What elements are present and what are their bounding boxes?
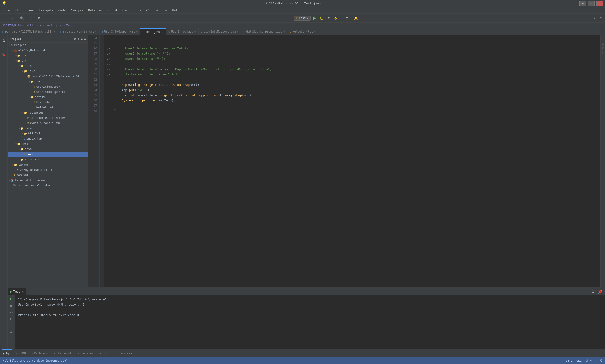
tree-item-java[interactable]: ▾📁java	[8, 146, 88, 152]
project-view-button[interactable]: 🗂	[1, 37, 7, 43]
status-crlf[interactable]: CRL	[576, 359, 582, 362]
tab-mybatis-config[interactable]: m mybatis-config.xml ✕	[58, 28, 99, 35]
tab-datasource-props[interactable]: P dataSource.properties ✕	[241, 28, 287, 35]
tree-item-a1207mybalischat01-iml[interactable]: ▾IA1207MyBalischat01.iml	[8, 167, 88, 172]
minimize-button[interactable]: ─	[579, 1, 586, 6]
tree-item-webapp[interactable]: ▾📁webapp	[8, 126, 88, 131]
menu-analyze[interactable]: Analyze	[68, 7, 86, 13]
tree-item-userinfomapper[interactable]: ▾CUserInfoMapper	[8, 84, 88, 89]
tree-item-resources[interactable]: ▾📁resources	[8, 157, 88, 162]
update-button[interactable]: ↓	[50, 15, 56, 21]
tab-close-datasource[interactable]: ✕	[283, 30, 285, 33]
tab-close-pom[interactable]: ✕	[54, 30, 55, 33]
nav-todo[interactable]: ☑ TODO	[15, 349, 27, 357]
menu-run[interactable]: Run	[119, 7, 129, 13]
tree-item-helloservlet[interactable]: ▾CHelloServlet	[8, 105, 88, 110]
forward-button[interactable]: →	[9, 15, 15, 21]
tree-item-userinfo[interactable]: ▾CUserInfo	[8, 100, 88, 105]
tab-close-mybatis[interactable]: ✕	[95, 30, 97, 33]
project-structure-button[interactable]: 🗂	[29, 15, 35, 21]
search-everywhere-button[interactable]: 🔍	[19, 15, 25, 21]
breadcrumb-test-class[interactable]: Test	[66, 24, 73, 27]
notification-button[interactable]: 🔔	[353, 15, 359, 21]
tree-item-web-inf[interactable]: ▾📁WEB-INF	[8, 131, 88, 136]
settings-run-button[interactable]: ⚙	[590, 289, 596, 295]
status-encoding[interactable]: 英 英 →	[585, 359, 596, 363]
tab-close-userinfomapper-java[interactable]: ✕	[237, 30, 239, 33]
tree-item-scratches-and-consoles[interactable]: ▾✏Scratches and Consoles	[8, 183, 88, 188]
database-tab-label[interactable]: Database	[601, 42, 604, 57]
vcs-button[interactable]: ↑	[43, 15, 49, 21]
restart-button[interactable]: ▶	[9, 296, 14, 302]
tree-item-java[interactable]: ▾📁java	[8, 68, 88, 74]
print-button[interactable]: 🖨	[9, 329, 14, 335]
tab-close-helloservlet[interactable]: ✕	[314, 30, 316, 33]
maximize-button[interactable]: □	[588, 1, 595, 6]
nav-terminal[interactable]: ▸_ Terminal	[52, 349, 72, 357]
settings-button[interactable]: ⚙	[36, 15, 42, 21]
tree-item-datasource-properties[interactable]: ▾PdataSource.properties	[8, 115, 88, 120]
gear-icon[interactable]: ⚙	[78, 37, 79, 41]
tree-item-test[interactable]: ▾CTest	[8, 152, 88, 157]
tree-item-target[interactable]: ▾📁target	[8, 162, 88, 167]
tree-item-pom-xml[interactable]: ▾Xpom.xml	[8, 172, 88, 178]
soft-wrap-button[interactable]: ↵	[9, 322, 14, 328]
status-position[interactable]: 38:1	[566, 359, 573, 362]
tree-item-project[interactable]: ▾🗂Project	[8, 42, 88, 48]
run-tab[interactable]: ▶ Test ✕	[8, 288, 26, 295]
breadcrumb-java[interactable]: java	[56, 24, 63, 27]
tab-close-test[interactable]: ✕	[162, 31, 163, 33]
structure-view-button[interactable]: ≡	[1, 44, 7, 51]
tab-pom-xml[interactable]: m pom.xml (A1207MyBalischat01) ✕	[0, 28, 58, 35]
menu-navigate[interactable]: Navigate	[36, 7, 56, 13]
tree-item-external-libraries[interactable]: ▾📚External Libraries	[8, 178, 88, 183]
run-button[interactable]: ▶	[311, 15, 318, 21]
nav-run[interactable]: ▶ Run	[2, 349, 12, 357]
profiler-button[interactable]: ⚡	[333, 15, 339, 21]
tree-item-com-a1207-a1207mybalischat01[interactable]: ▾📦com.A1207.A1207MyBalischat01	[8, 74, 88, 79]
close-sidebar-icon[interactable]: ✕	[84, 37, 86, 41]
debug-button[interactable]: 🐛	[319, 15, 325, 21]
run-config-selector[interactable]: C Test ▾	[294, 16, 310, 21]
run-tab-close[interactable]: ✕	[22, 290, 24, 293]
tab-close-userinfomapper-xml[interactable]: ✕	[136, 30, 138, 33]
code-content[interactable]: // UserInfo userInfo = new UserInfo();//…	[104, 36, 600, 287]
back-button[interactable]: ←	[1, 15, 8, 21]
nav-profiler[interactable]: ◎ Profiler	[76, 349, 94, 357]
tree-item-resources[interactable]: ▾📁resources	[8, 110, 88, 115]
tree-item-entity[interactable]: ▾📁entity	[8, 94, 88, 100]
tab-userinfomapper-xml[interactable]: m UserInfoMapper.xml ✕	[99, 28, 140, 35]
tab-helloservlet[interactable]: C HelloServlet ✕	[287, 28, 318, 35]
breadcrumb-src[interactable]: src	[37, 24, 42, 27]
tree-item-test[interactable]: ▾📁test	[8, 141, 88, 146]
menu-edit[interactable]: Edit	[12, 7, 24, 13]
breadcrumb-project[interactable]: A1207MyBalischat01	[2, 24, 33, 27]
tab-close-userinfo[interactable]: ✕	[194, 30, 196, 33]
menu-code[interactable]: Code	[56, 7, 68, 13]
tree-item-a1207mybalischat01[interactable]: ▾💼A1207MyBalischat01	[8, 48, 88, 53]
bookmarks-button[interactable]: 🔖	[1, 52, 7, 58]
tree-item-main[interactable]: ▾📁main	[8, 63, 88, 68]
layout-icon[interactable]: ≡	[81, 37, 83, 41]
coverage-button[interactable]: ☂	[326, 15, 332, 21]
tree-item-src[interactable]: ▾📁src	[8, 58, 88, 63]
nav-services[interactable]: ☁ Services	[115, 349, 133, 357]
menu-refactor[interactable]: Refactor	[86, 7, 105, 13]
tree-item-dao[interactable]: ▾📁dao	[8, 79, 88, 84]
menu-build[interactable]: Build	[105, 7, 119, 13]
clear-output-button[interactable]: 🗑	[9, 316, 14, 322]
menu-window[interactable]: Window	[154, 7, 170, 13]
tab-test-java[interactable]: C Test.java ✕	[140, 28, 166, 35]
git-button[interactable]: ⎇	[343, 15, 349, 21]
nav-build[interactable]: ⚙ Build	[98, 349, 111, 357]
menu-file[interactable]: File	[0, 7, 12, 13]
code-editor[interactable]: 242526272829303132333435363738 // UserIn…	[88, 36, 600, 287]
close-button[interactable]: ✕	[596, 1, 603, 6]
nav-problems[interactable]: ⚠ Problems	[30, 349, 49, 357]
pin-button[interactable]: 📌	[597, 289, 603, 295]
breadcrumb-test[interactable]: test	[45, 24, 52, 27]
menu-vcs[interactable]: VCS	[143, 7, 154, 13]
tree-item-userinfomapper-xml[interactable]: ▾XUserInfoMapper.xml	[8, 89, 88, 94]
scroll-to-end-button[interactable]: ↓↓	[9, 309, 14, 315]
menu-tools[interactable]: Tools	[129, 7, 143, 13]
